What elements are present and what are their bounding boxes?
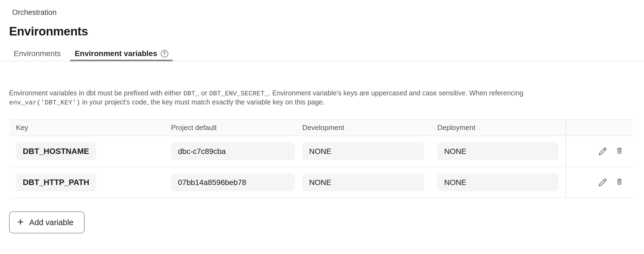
table-header-row: Key Project default Development Deployme… (10, 119, 632, 136)
development-cell: NONE (296, 167, 431, 198)
column-header-key: Key (10, 123, 165, 132)
help-icon[interactable]: ? (161, 50, 168, 57)
project-default-value-pill: 07bb14a8596beb78 (171, 173, 295, 191)
deployment-cell: NONE (431, 167, 565, 198)
deployment-cell: NONE (431, 136, 565, 167)
tab-environments-label: Environments (14, 49, 61, 58)
env-var-key-pill: DBT_HOSTNAME (16, 142, 96, 160)
add-variable-button[interactable]: + Add variable (9, 211, 85, 233)
trash-icon (615, 147, 624, 156)
tab-bar: Environments Environment variables ? (0, 47, 644, 61)
env-vars-description: Environment variables in dbt must be pre… (9, 89, 590, 107)
column-header-development: Development (296, 123, 431, 132)
column-header-deployment: Deployment (431, 123, 565, 132)
plus-icon: + (17, 216, 24, 227)
pencil-icon (598, 147, 607, 156)
row-actions-cell (565, 167, 632, 198)
environment-variables-table: Key Project default Development Deployme… (10, 119, 632, 198)
tab-environment-variables-label: Environment variables (75, 49, 157, 58)
row-actions-cell (565, 136, 632, 167)
development-value-pill: NONE (302, 142, 424, 160)
delete-variable-button[interactable] (615, 178, 624, 187)
column-header-project-default: Project default (165, 123, 296, 132)
deployment-value-pill: NONE (437, 173, 559, 191)
key-cell: DBT_HTTP_PATH (10, 167, 165, 198)
delete-variable-button[interactable] (615, 147, 624, 156)
column-header-actions (565, 120, 632, 136)
pencil-icon (598, 178, 607, 187)
deployment-value-pill: NONE (437, 142, 559, 160)
development-value-pill: NONE (302, 173, 424, 191)
project-default-cell: dbc-c7c89cba (165, 136, 296, 167)
breadcrumb-orchestration[interactable]: Orchestration (12, 8, 57, 17)
project-default-cell: 07bb14a8596beb78 (165, 167, 296, 198)
table-body: DBT_HOSTNAME dbc-c7c89cba NONE NONE (10, 136, 632, 198)
development-cell: NONE (296, 136, 431, 167)
trash-icon (615, 178, 624, 187)
edit-variable-button[interactable] (598, 178, 607, 187)
tab-environments[interactable]: Environments (9, 48, 65, 61)
edit-variable-button[interactable] (598, 147, 607, 156)
table-row: DBT_HOSTNAME dbc-c7c89cba NONE NONE (10, 136, 632, 167)
key-cell: DBT_HOSTNAME (10, 136, 165, 167)
tab-environment-variables[interactable]: Environment variables ? (70, 48, 172, 61)
project-default-value-pill: dbc-c7c89cba (171, 142, 295, 160)
table-row: DBT_HTTP_PATH 07bb14a8596beb78 NONE NONE (10, 167, 632, 198)
add-variable-label: Add variable (29, 218, 73, 227)
env-var-key-pill: DBT_HTTP_PATH (16, 173, 96, 191)
page-title: Environments (9, 24, 644, 38)
